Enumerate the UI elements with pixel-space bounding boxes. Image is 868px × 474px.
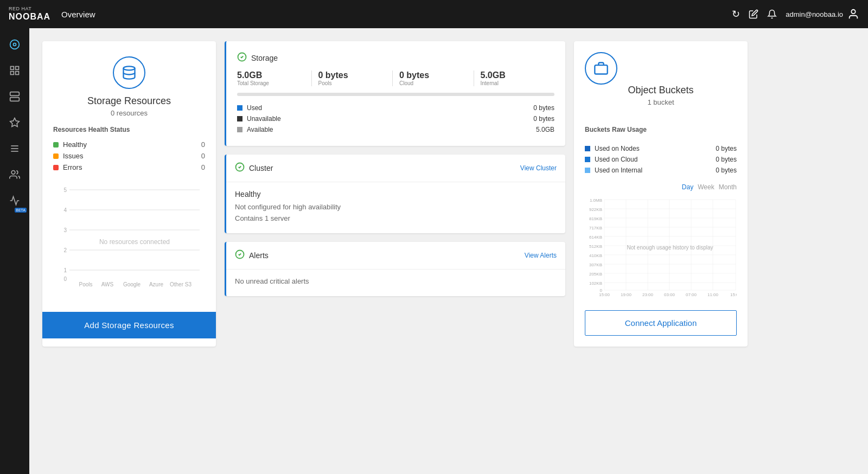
add-storage-button[interactable]: Add Storage Resources <box>42 312 216 338</box>
healthy-label: Healthy <box>63 140 87 149</box>
object-buckets-card: Object Buckets 1 bucket Buckets Raw Usag… <box>574 41 748 347</box>
svg-point-14 <box>11 170 15 174</box>
storage-chart-svg: 5 4 3 2 1 0 No resources connected Pools… <box>53 182 205 290</box>
page-title: Overview <box>61 10 95 19</box>
sidebar-item-analytics[interactable]: BETA <box>3 190 27 214</box>
health-issues: Issues 0 <box>53 150 205 162</box>
groups-icon <box>9 169 20 183</box>
storage-metrics-header: Storage <box>237 52 554 64</box>
used-nodes-value: 0 bytes <box>716 145 737 152</box>
notifications-button[interactable] <box>767 9 777 19</box>
usage-unavailable: Unavailable 0 bytes <box>237 113 554 124</box>
svg-text:Azure: Azure <box>149 281 164 287</box>
usage-list: Used 0 bytes Unavailable 0 bytes Availab… <box>237 103 554 135</box>
unavailable-label: Unavailable <box>247 115 281 123</box>
sidebar-item-accounts[interactable] <box>3 112 27 136</box>
used-cloud-item: Used on Cloud 0 bytes <box>585 154 737 165</box>
time-tab-week[interactable]: Week <box>698 183 714 191</box>
used-cloud-value: 0 bytes <box>716 156 737 163</box>
errors-count: 0 <box>201 163 205 171</box>
storage-resources-icon-container <box>53 56 205 89</box>
total-storage-label: Total Storage <box>237 80 305 86</box>
available-value: 5.0GB <box>536 126 554 133</box>
time-nav: Day Week Month <box>585 183 737 191</box>
view-alerts-link[interactable]: View Alerts <box>525 252 557 259</box>
management-icon <box>9 143 20 157</box>
used-nodes-dot <box>585 146 590 151</box>
svg-text:15:00: 15:00 <box>599 292 610 297</box>
brand-redhat-text: RED HAT <box>9 7 31 11</box>
view-cluster-link[interactable]: View Cluster <box>520 164 557 172</box>
edit-button[interactable] <box>749 9 758 19</box>
sidebar-item-resources[interactable] <box>3 86 27 110</box>
used-internal-label: Used on Internal <box>595 166 642 174</box>
health-section-label: Resources Health Status <box>53 126 205 133</box>
beta-badge: BETA <box>15 208 27 213</box>
sidebar-item-buckets[interactable] <box>3 60 27 84</box>
usage-available: Available 5.0GB <box>237 124 554 135</box>
svg-text:0: 0 <box>63 276 67 282</box>
time-tab-month[interactable]: Month <box>719 183 737 191</box>
alerts-content: No unread critical alerts <box>226 270 565 296</box>
svg-text:Other S3: Other S3 <box>170 281 192 287</box>
svg-text:5: 5 <box>63 187 67 193</box>
sidebar-item-groups[interactable] <box>3 164 27 188</box>
svg-rect-5 <box>11 71 14 74</box>
health-healthy: Healthy 0 <box>53 139 205 150</box>
internal-label: Internal <box>481 80 548 86</box>
dashboard-grid: Storage Resources 0 resources Resources … <box>42 41 748 347</box>
cluster-card: Cluster View Cluster Healthy Not configu… <box>225 155 565 233</box>
storage-check-icon <box>237 52 247 64</box>
object-buckets-body: Object Buckets 1 bucket <box>574 41 748 126</box>
cluster-servers: Contains 1 server <box>235 214 557 222</box>
user-menu[interactable]: admin@noobaa.io <box>786 8 859 20</box>
refresh-button[interactable]: ↻ <box>732 8 740 20</box>
svg-text:No resources connected: No resources connected <box>99 238 170 246</box>
sidebar-item-management[interactable] <box>3 138 27 162</box>
connect-application-button[interactable]: Connect Application <box>585 310 737 336</box>
unavailable-dot <box>237 116 242 121</box>
svg-text:Not enough usage history to di: Not enough usage history to display <box>627 245 713 251</box>
brand-noobaa-text: NOOBAA <box>9 11 50 22</box>
used-label: Used <box>247 104 262 112</box>
time-tab-day[interactable]: Day <box>682 183 693 191</box>
svg-text:307KB: 307KB <box>589 262 602 267</box>
storage-metrics-body: Storage 5.0GB Total Storage 0 bytes Pool… <box>226 41 565 146</box>
analytics-icon <box>9 195 20 209</box>
sidebar-item-dashboard[interactable] <box>3 34 27 57</box>
used-nodes-label: Used on Nodes <box>595 145 640 152</box>
cloud-label: Cloud <box>399 80 467 86</box>
cluster-content: Healthy Not configured for high availabi… <box>226 182 565 233</box>
pools-value: 0 bytes <box>318 71 386 80</box>
svg-text:3: 3 <box>63 227 67 233</box>
cloud-value: 0 bytes <box>399 71 467 80</box>
object-buckets-circle-icon <box>585 52 617 85</box>
storage-resources-card: Storage Resources 0 resources Resources … <box>42 41 216 347</box>
svg-text:4: 4 <box>63 207 67 213</box>
alerts-title: Alerts <box>249 251 269 260</box>
storage-section-name: Storage <box>251 54 278 62</box>
svg-text:922KB: 922KB <box>589 207 602 212</box>
svg-text:1.0MB: 1.0MB <box>590 198 602 203</box>
storage-resources-subtitle: 0 resources <box>53 109 205 117</box>
raw-usage-list: Used on Nodes 0 bytes Used on Cloud 0 by… <box>585 143 737 176</box>
used-internal-value: 0 bytes <box>716 166 737 174</box>
svg-rect-3 <box>11 66 14 69</box>
alerts-message: No unread critical alerts <box>235 277 557 285</box>
healthy-count: 0 <box>201 140 205 149</box>
svg-text:819KB: 819KB <box>589 216 602 221</box>
storage-resources-body: Storage Resources 0 resources Resources … <box>42 41 216 312</box>
bucket-chart-container: 1.0MB 922KB 819KB 717KB 614KB 512KB 410K… <box>585 195 737 304</box>
svg-text:614KB: 614KB <box>589 235 602 240</box>
total-storage-value: 5.0GB <box>237 71 305 80</box>
used-internal-dot <box>585 168 590 173</box>
cloud-metric: 0 bytes Cloud <box>393 71 474 86</box>
cluster-header: Cluster View Cluster <box>226 155 565 182</box>
svg-text:Pools: Pools <box>79 281 92 287</box>
errors-dot <box>53 165 59 170</box>
usage-used: Used 0 bytes <box>237 103 554 113</box>
internal-value: 5.0GB <box>481 71 548 80</box>
object-buckets-icon-container <box>585 52 737 85</box>
issues-count: 0 <box>201 152 205 160</box>
svg-text:07:00: 07:00 <box>686 292 697 297</box>
